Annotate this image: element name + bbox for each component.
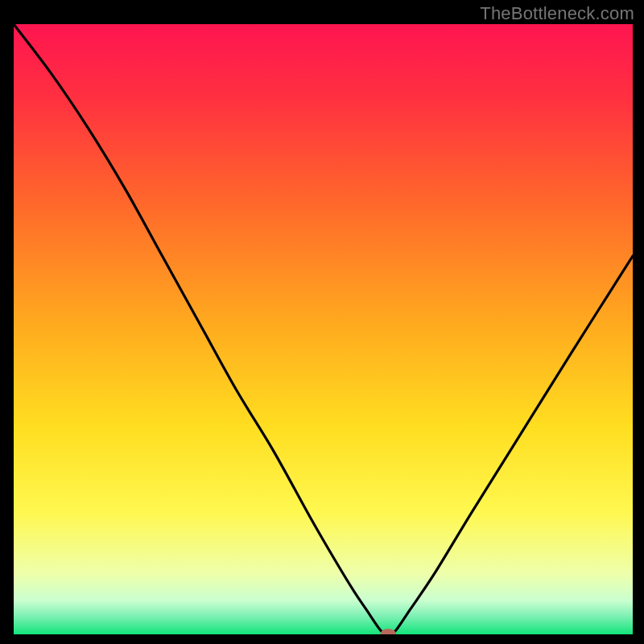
gradient-background <box>14 24 633 634</box>
bottleneck-chart <box>0 0 644 644</box>
optimum-marker <box>380 629 396 640</box>
chart-frame: TheBottleneck.com <box>0 0 644 644</box>
